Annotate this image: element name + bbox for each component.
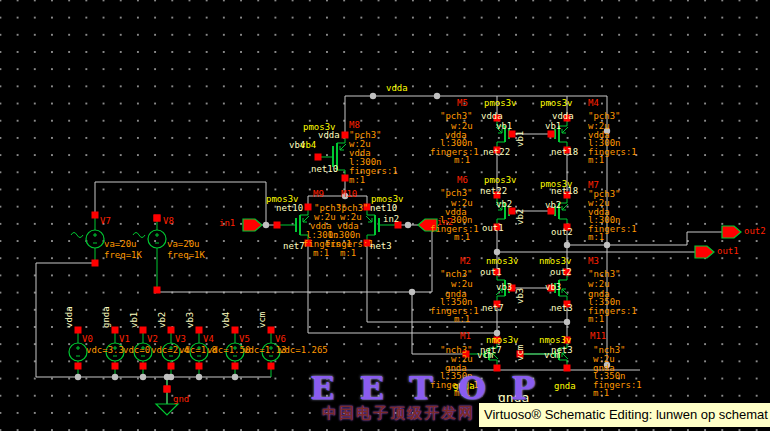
pin-in1[interactable]: [243, 219, 262, 231]
label-vdda: vdda: [386, 84, 408, 93]
terminal-square[interactable]: [154, 215, 161, 222]
terminal-square[interactable]: [112, 363, 119, 370]
mos-stroke: [340, 144, 346, 150]
label-net7: net7: [482, 304, 504, 313]
label-m9: M9: [313, 190, 324, 199]
label-vb3: vb3: [186, 312, 195, 328]
label-vdc33: vdc=3.3: [86, 346, 124, 355]
label-net22: net22: [483, 148, 510, 157]
label-m1: m:1: [588, 233, 604, 242]
label-nch3: "nch3": [440, 270, 473, 279]
label-pch3: "pch3": [588, 112, 621, 121]
label-vdda: vdda: [318, 131, 340, 140]
terminal-square[interactable]: [548, 131, 555, 138]
junction-dot: [409, 289, 415, 295]
label-m1: m:1: [454, 233, 470, 242]
label-net10: net10: [276, 204, 303, 213]
junction-dot: [196, 374, 202, 380]
terminal-square[interactable]: [140, 327, 147, 334]
label-m11: M11: [590, 332, 606, 341]
label-nmos3v: nmos3v: [539, 257, 572, 266]
terminal-square[interactable]: [342, 132, 349, 139]
label-net10: net10: [370, 204, 397, 213]
mos-stroke: [303, 216, 309, 222]
terminal-square[interactable]: [164, 386, 171, 393]
dc-source-circle: [69, 343, 87, 361]
terminal-square[interactable]: [154, 287, 161, 294]
label-vcm: vcm: [516, 345, 525, 361]
label-m1: m:1: [588, 315, 604, 324]
label-vdc0: vdc=0: [123, 346, 150, 355]
label-nmos3v: nmos3v: [486, 257, 519, 266]
label-vcm: vcm: [477, 351, 493, 360]
terminal-square[interactable]: [196, 363, 203, 370]
terminal-square[interactable]: [305, 204, 312, 211]
terminal-square[interactable]: [342, 175, 349, 182]
label-out1: out1: [480, 268, 502, 277]
terminal-square[interactable]: [168, 363, 175, 370]
label-v4: V4: [203, 335, 214, 344]
label-v3: V3: [175, 335, 186, 344]
pin-out2[interactable]: [722, 226, 741, 238]
label-m4: M4: [588, 99, 599, 108]
label-net7: net7: [283, 242, 305, 251]
label-m8: M8: [349, 121, 360, 130]
statusbar: Virtuoso® Schematic Editing: lunwen op s…: [478, 402, 770, 428]
label-vcm: vcm: [258, 312, 267, 328]
terminal-square[interactable]: [92, 260, 99, 267]
label-pch3: "pch3": [440, 112, 473, 121]
wire[interactable]: [95, 182, 266, 225]
terminal-square[interactable]: [75, 327, 82, 334]
label-nch3: "nch3": [588, 270, 621, 279]
mos-stroke: [562, 127, 568, 133]
terminal-square[interactable]: [315, 154, 322, 161]
label-in1: in1: [219, 219, 235, 228]
mos-stroke: [366, 216, 372, 222]
terminal-square[interactable]: [92, 212, 99, 219]
label-net3: net3: [551, 304, 573, 313]
terminal-square[interactable]: [75, 363, 82, 370]
terminal-square[interactable]: [232, 363, 239, 370]
terminal-square[interactable]: [232, 327, 239, 334]
junction-dot: [564, 242, 570, 248]
label-v2: V2: [147, 335, 158, 344]
label-vb3: vb3: [516, 288, 525, 304]
terminal-square[interactable]: [196, 327, 203, 334]
ac-sine-icon: [71, 233, 83, 238]
watermark-subtitle: 中国电子顶级开发网: [322, 405, 475, 421]
pin-out1[interactable]: [695, 246, 714, 258]
label-nmos3v: nmos3v: [486, 336, 519, 345]
label-va20u: va=20u: [167, 240, 200, 249]
terminal-square[interactable]: [268, 363, 275, 370]
terminal-square[interactable]: [112, 327, 119, 334]
label-vb1: vb1: [545, 122, 561, 131]
terminal-square[interactable]: [168, 327, 175, 334]
label-m1: m:1: [340, 249, 356, 258]
label-w2u: w:2u: [451, 280, 473, 289]
terminal-square[interactable]: [564, 365, 571, 372]
junction-dot: [112, 374, 118, 380]
label-v6: V6: [275, 335, 286, 344]
label-v1: V1: [119, 335, 130, 344]
label-vb2: vb2: [545, 201, 561, 210]
label-out2: out2: [744, 227, 766, 236]
schematic-canvas[interactable]: vddapmos3vM8vdda"pch3"vb4vb4w:2uvddal:30…: [0, 0, 770, 431]
label-freq1k: freq=1K: [167, 251, 205, 260]
wire[interactable]: [157, 290, 432, 292]
ac-sine-icon: [133, 233, 145, 238]
label-net18: net18: [551, 148, 578, 157]
label-vb1: vb1: [130, 312, 139, 328]
terminal-square[interactable]: [140, 363, 147, 370]
junction-dot: [370, 93, 376, 99]
label-net22: net22: [480, 187, 507, 196]
label-vdc1265: vdc=1.265: [279, 346, 328, 355]
mos-stroke: [562, 204, 568, 210]
transistor-M7[interactable]: [548, 192, 571, 231]
junction-dot: [263, 222, 269, 228]
label-vb2: vb2: [496, 200, 512, 209]
label-vb4: vb4: [300, 141, 316, 150]
ac-source-circle: [148, 230, 166, 248]
junction-dot: [604, 242, 610, 248]
terminal-square[interactable]: [274, 222, 281, 229]
terminal-square[interactable]: [268, 327, 275, 334]
